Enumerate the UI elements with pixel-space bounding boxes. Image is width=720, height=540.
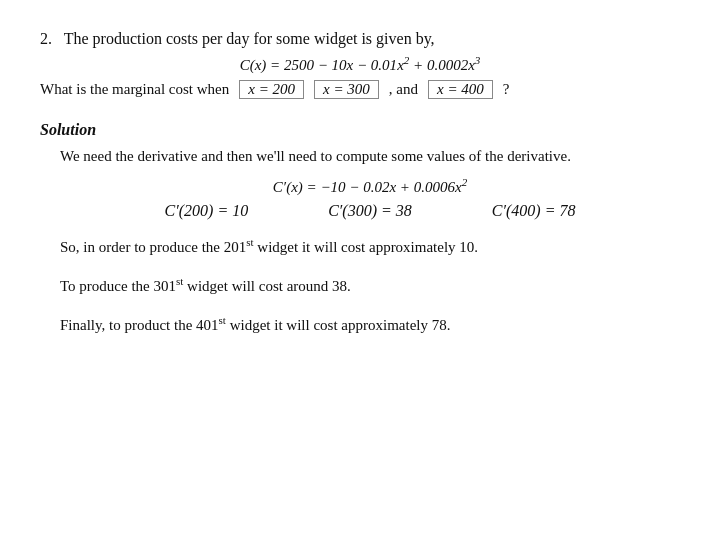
- para1-suffix: widget it will cost approximately 10.: [254, 239, 479, 255]
- solution-label: Solution: [40, 121, 680, 139]
- solution-section: Solution We need the derivative and then…: [40, 121, 680, 337]
- x-value-1: x = 200: [239, 80, 304, 99]
- paragraph-3: Finally, to product the 401st widget it …: [60, 312, 680, 337]
- eval-400: C′(400) = 78: [492, 202, 576, 220]
- eval-200: C′(200) = 10: [165, 202, 249, 220]
- x-value-2: x = 300: [314, 80, 379, 99]
- para3-suffix: widget it will cost approximately 78.: [226, 317, 451, 333]
- derivative-formula: C′(x) = −10 − 0.02x + 0.0006x2: [60, 176, 680, 196]
- problem-description: The production costs per day for some wi…: [64, 30, 435, 47]
- what-question-text: What is the marginal cost when: [40, 81, 229, 98]
- evaluation-row: C′(200) = 10 C′(300) = 38 C′(400) = 78: [60, 202, 680, 220]
- number-text: 2.: [40, 30, 52, 47]
- paragraph-2: To produce the 301st widget will cost ar…: [60, 273, 680, 298]
- para1-prefix: So, in order to produce the 201: [60, 239, 246, 255]
- paragraph-1: So, in order to produce the 201st widget…: [60, 234, 680, 259]
- problem-section: 2. The production costs per day for some…: [40, 30, 680, 99]
- para1-sup: st: [246, 236, 253, 248]
- and-text: , and: [389, 81, 418, 98]
- solution-body: We need the derivative and then we'll ne…: [60, 145, 680, 337]
- formula-text: C(x) = 2500 − 10x − 0.01x2 + 0.0002x3: [240, 57, 481, 73]
- para3-sup: st: [219, 314, 226, 326]
- para2-prefix: To produce the 301: [60, 278, 176, 294]
- eval-300: C′(300) = 38: [328, 202, 412, 220]
- para2-suffix: widget will cost around 38.: [183, 278, 350, 294]
- question-mark: ?: [503, 81, 510, 98]
- derivative-formula-text: C′(x) = −10 − 0.02x + 0.0006x2: [273, 179, 467, 195]
- solution-intro: We need the derivative and then we'll ne…: [60, 145, 680, 168]
- problem-number: 2. The production costs per day for some…: [40, 30, 680, 48]
- what-question-line: What is the marginal cost when x = 200 x…: [40, 80, 680, 99]
- x-value-3: x = 400: [428, 80, 493, 99]
- main-formula: C(x) = 2500 − 10x − 0.01x2 + 0.0002x3: [40, 54, 680, 74]
- para3-prefix: Finally, to product the 401: [60, 317, 219, 333]
